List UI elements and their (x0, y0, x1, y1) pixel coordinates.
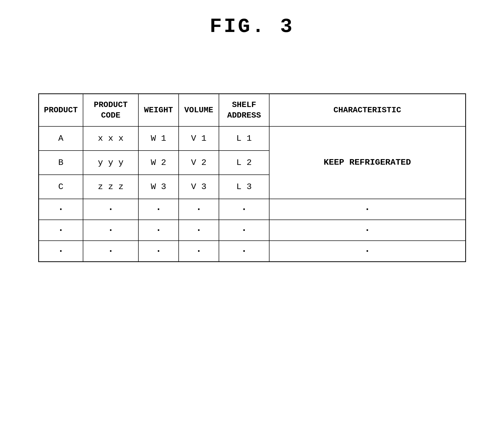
cell-product: B (38, 151, 83, 175)
table-row-dots: · · · · · · (38, 199, 466, 220)
cell-dot: · (179, 241, 219, 262)
header-weight: WEIGHT (138, 94, 179, 127)
cell-dot: · (219, 220, 269, 241)
cell-product-code: z z z (83, 175, 138, 199)
header-product-code: PRODUCT CODE (83, 94, 138, 127)
cell-dot: · (179, 199, 219, 220)
cell-dot: · (269, 241, 466, 262)
cell-weight: W 2 (138, 151, 179, 175)
cell-dot: · (219, 199, 269, 220)
cell-dot: · (269, 199, 466, 220)
cell-dot: · (83, 199, 138, 220)
cell-product-code: x x x (83, 126, 138, 151)
cell-volume: V 1 (179, 126, 219, 151)
product-table: PRODUCT PRODUCT CODE WEIGHT VOLUME SHELF… (38, 93, 466, 262)
page-title: FIG. 3 (210, 15, 294, 38)
cell-product: A (38, 126, 83, 151)
cell-dot: · (138, 220, 179, 241)
header-characteristic: CHARACTERISTIC (269, 94, 466, 127)
cell-shelf-address: L 2 (219, 151, 269, 175)
cell-dot: · (219, 241, 269, 262)
cell-volume: V 3 (179, 175, 219, 199)
header-product: PRODUCT (38, 94, 83, 127)
header-volume: VOLUME (179, 94, 219, 127)
header-shelf-address: SHELF ADDRESS (219, 94, 269, 127)
cell-volume: V 2 (179, 151, 219, 175)
cell-dot: · (179, 220, 219, 241)
cell-dot: · (38, 220, 83, 241)
table-row: A x x x W 1 V 1 L 1 KEEP REFRIGERATED (38, 126, 466, 151)
cell-weight: W 3 (138, 175, 179, 199)
cell-dot: · (269, 220, 466, 241)
cell-dot: · (83, 220, 138, 241)
cell-product: C (38, 175, 83, 199)
table-row-dots: · · · · · · (38, 241, 466, 262)
cell-weight: W 1 (138, 126, 179, 151)
cell-dot: · (38, 241, 83, 262)
cell-characteristic: KEEP REFRIGERATED (269, 126, 466, 199)
table-row-dots: · · · · · · (38, 220, 466, 241)
cell-shelf-address: L 3 (219, 175, 269, 199)
cell-product-code: y y y (83, 151, 138, 175)
table-header-row: PRODUCT PRODUCT CODE WEIGHT VOLUME SHELF… (38, 94, 466, 127)
cell-shelf-address: L 1 (219, 126, 269, 151)
cell-dot: · (138, 241, 179, 262)
cell-dot: · (138, 199, 179, 220)
table-container: PRODUCT PRODUCT CODE WEIGHT VOLUME SHELF… (38, 93, 466, 262)
cell-dot: · (83, 241, 138, 262)
cell-dot: · (38, 199, 83, 220)
